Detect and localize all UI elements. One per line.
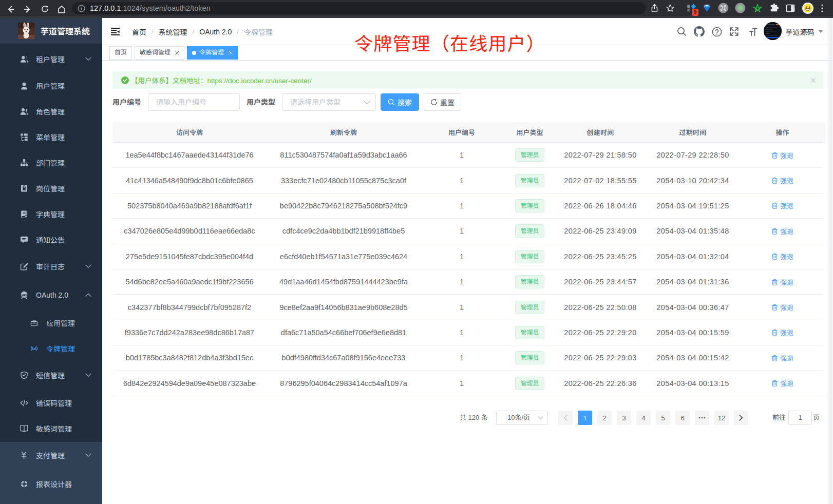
sidebar-item-审计日志[interactable]: 审计日志 (0, 253, 102, 280)
sidebar-item-角色管理[interactable]: 角色管理 (0, 98, 102, 125)
user-avatar[interactable] (764, 22, 782, 40)
browser-menu-button[interactable] (816, 1, 829, 16)
sidebar-item-用户管理[interactable]: 用户管理 (0, 72, 102, 99)
page-button-3[interactable]: 3 (617, 411, 631, 425)
pagination: 共 120 条 10条/页 12345612 前往 1 页 (112, 411, 823, 425)
github-link[interactable] (691, 18, 708, 45)
sidebar-item-令牌管理[interactable]: 令牌管理 (0, 335, 102, 362)
sidebar-logo[interactable]: 芋道管理系统 (0, 18, 102, 44)
tab-令牌管理[interactable]: 令牌管理 (187, 46, 238, 60)
sidebar-item-短信管理[interactable]: 短信管理 (0, 362, 102, 389)
force-logout-button[interactable]: 强退 (771, 327, 793, 337)
user-icon (20, 82, 28, 90)
page-button-2[interactable]: 2 (597, 411, 612, 425)
sidebar-item-通知公告[interactable]: 通知公告 (0, 226, 102, 253)
page-button-4[interactable]: 4 (636, 411, 651, 425)
prev-page-button[interactable] (558, 411, 573, 425)
sidebar-item-错误码管理[interactable]: 错误码管理 (0, 390, 102, 416)
search-button[interactable]: 搜索 (381, 93, 419, 111)
cell-user-id: 1 (421, 354, 503, 362)
cell-refresh-token: cdfc4ce9c2da4bb1bdf21b9918ff4be5 (267, 227, 421, 235)
tab-close-icon[interactable] (175, 51, 179, 55)
force-logout-button[interactable]: 强退 (771, 251, 793, 261)
sidebar-item-租户管理[interactable]: 租户管理 (0, 46, 102, 72)
site-info-icon[interactable] (78, 5, 85, 12)
sidebar-item-菜单管理[interactable]: 菜单管理 (0, 124, 102, 150)
extension-recorder[interactable] (732, 1, 748, 16)
collapse-sidebar-icon[interactable] (111, 28, 120, 35)
sidebar-item-应用管理[interactable]: 应用管理 (0, 309, 102, 336)
tab-敏感词管理[interactable]: 敏感词管理 (135, 46, 184, 60)
sidebar-item-部门管理[interactable]: 部门管理 (0, 149, 102, 176)
page-button-5[interactable]: 5 (656, 411, 670, 425)
browser-forward-button[interactable] (21, 2, 35, 16)
force-logout-button[interactable]: 强退 (771, 277, 793, 287)
side-panel-button[interactable] (783, 1, 798, 16)
tab-首页[interactable]: 首页 (109, 46, 132, 60)
page-size-select[interactable]: 10条/页 (496, 411, 548, 425)
page-button-6[interactable]: 6 (675, 411, 690, 425)
extensions-menu[interactable] (766, 1, 782, 16)
force-logout-button[interactable]: 强退 (771, 150, 793, 160)
chevron-up-icon (85, 293, 91, 297)
extension-metamask[interactable]: 9 (684, 1, 699, 16)
breadcrumb-item[interactable]: OAuth 2.0 (199, 28, 232, 36)
goto-page-input[interactable]: 1 (788, 411, 812, 425)
extension-gem[interactable] (699, 1, 714, 16)
cell-created-time: 2022-07-29 21:58:50 (557, 151, 644, 159)
extension-evernote[interactable] (750, 1, 765, 16)
sidebar-item-岗位管理[interactable]: 岗位管理 (0, 175, 102, 202)
cell-user-id: 1 (421, 328, 503, 337)
username[interactable]: 芋道源码 (786, 27, 815, 37)
browser-back-button[interactable] (3, 2, 17, 16)
breadcrumb: 首页/系统管理/OAuth 2.0/令牌管理 (132, 18, 273, 45)
user-id-input[interactable]: 请输入用户编号 (148, 93, 240, 111)
browser-reload-button[interactable] (37, 2, 52, 16)
browser-toolbar: 127.0.0.1:1024/system/oauth2/token 9 (0, 0, 833, 18)
caret-down-icon[interactable] (818, 30, 823, 33)
alert-close-icon[interactable] (811, 78, 816, 83)
fullscreen-button[interactable] (726, 18, 743, 45)
sidebar-item-字典管理[interactable]: 字典管理 (0, 201, 102, 227)
address-bar[interactable]: 127.0.0.1:1024/system/oauth2/token (72, 2, 646, 14)
goto-suffix: 页 (813, 411, 820, 425)
force-logout-button[interactable]: 强退 (771, 176, 793, 185)
tab-close-icon[interactable] (229, 51, 233, 55)
breadcrumb-item[interactable]: 首页 (132, 27, 146, 37)
header-search-button[interactable] (673, 18, 691, 45)
docs-help-button[interactable] (708, 18, 726, 45)
sidebar: 芋道管理系统 租户管理用户管理角色管理菜单管理部门管理岗位管理字典管理通知公告审… (0, 18, 102, 504)
force-logout-button[interactable]: 强退 (771, 226, 793, 236)
cell-user-id: 1 (421, 151, 503, 159)
sidebar-item-OAuth 2.0[interactable]: OAuth 2.0 (0, 282, 102, 308)
more-pages-button[interactable] (695, 411, 709, 425)
user-type-select[interactable]: 请选择用户类型 (282, 93, 376, 111)
sidebar-item-报表设计器[interactable]: 报表设计器 (0, 471, 102, 497)
extension-command[interactable] (716, 1, 731, 16)
table-header: 访问令牌刷新令牌用户编号用户类型创建时间过期时间操作 (112, 122, 825, 143)
force-logout-button[interactable]: 强退 (771, 302, 793, 312)
force-logout-button[interactable]: 强退 (771, 378, 793, 388)
browser-profile[interactable] (800, 1, 816, 16)
sidebar-item-敏感词管理[interactable]: 敏感词管理 (0, 415, 102, 442)
cell-user-id: 1 (421, 227, 503, 235)
font-size-button[interactable] (743, 18, 761, 45)
force-logout-button[interactable]: 强退 (771, 353, 793, 363)
reset-button[interactable]: 重置 (424, 93, 461, 111)
share-button[interactable] (647, 1, 662, 16)
page-scrollbar[interactable] (826, 18, 833, 504)
user-type-tag: 管理员 (515, 301, 544, 314)
sidebar-item-支付管理[interactable]: 支付管理 (0, 442, 102, 469)
breadcrumb-item[interactable]: 系统管理 (159, 27, 187, 37)
delete-icon (771, 380, 778, 386)
force-logout-button[interactable]: 强退 (771, 201, 793, 210)
message-icon (20, 236, 28, 244)
page-button-1[interactable]: 1 (578, 411, 592, 425)
delete-icon (771, 253, 778, 260)
alert-link[interactable]: https://doc.iocoder.cn/user-center/ (207, 77, 312, 85)
delete-icon (771, 304, 778, 311)
browser-home-button[interactable] (54, 2, 69, 16)
page-button-12[interactable]: 12 (714, 411, 729, 425)
next-page-button[interactable] (734, 411, 748, 425)
bookmark-button[interactable] (662, 1, 678, 16)
